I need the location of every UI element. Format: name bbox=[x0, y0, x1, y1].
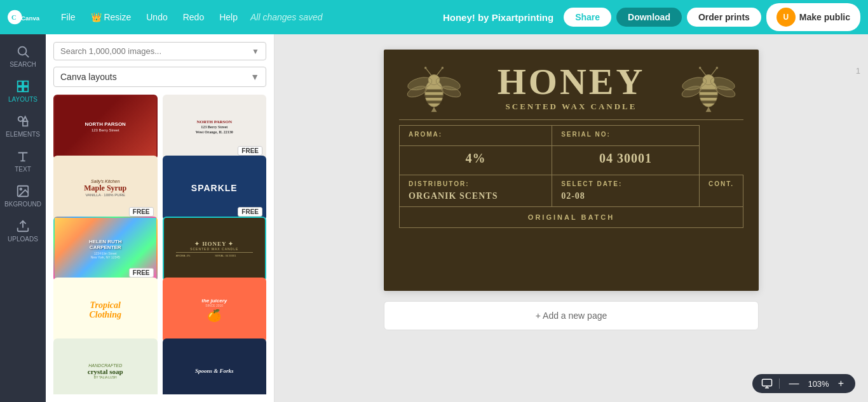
select-date-cell: SELECT DATE: 02-08 bbox=[552, 175, 700, 207]
svg-text:C: C bbox=[11, 14, 17, 21]
svg-point-34 bbox=[699, 67, 702, 69]
canvas-area: HONEY SCENTED WAX CANDLE bbox=[275, 34, 868, 402]
svg-rect-6 bbox=[24, 81, 28, 86]
template-item[interactable]: Spoons & Forks bbox=[163, 338, 267, 394]
text-icon bbox=[16, 149, 30, 163]
serial-value-cell: 04 30001 bbox=[552, 146, 700, 175]
free-badge: FREE bbox=[238, 207, 262, 217]
svg-rect-10 bbox=[23, 121, 27, 126]
svg-rect-5 bbox=[18, 81, 22, 86]
svg-line-20 bbox=[437, 68, 442, 76]
svg-rect-40 bbox=[763, 379, 772, 386]
honey-label: HONEY SCENTED WAX CANDLE bbox=[384, 50, 759, 291]
serial-cell: SERIAL NO: bbox=[552, 126, 700, 146]
svg-line-32 bbox=[700, 68, 706, 76]
background-icon bbox=[16, 184, 30, 198]
body-layout: SEARCH LAYOUTS ELEMENTS TEXT bbox=[0, 34, 868, 402]
bee-right-icon bbox=[674, 62, 743, 113]
page-number: 1 bbox=[856, 66, 860, 76]
help-button[interactable]: Help bbox=[214, 8, 243, 26]
canva-logo[interactable]: C Canva bbox=[8, 8, 46, 26]
bee-left-icon bbox=[399, 62, 469, 113]
svg-rect-16 bbox=[425, 95, 443, 98]
avatar: U bbox=[776, 8, 796, 27]
top-navigation: C Canva File 👑 Resize Undo Redo Help All… bbox=[0, 0, 868, 34]
template-item[interactable]: HANDCRAFTED crystal soap BY TALIA LUSH bbox=[53, 338, 158, 394]
honey-label-header: HONEY SCENTED WAX CANDLE bbox=[399, 62, 743, 113]
template-item[interactable]: Sally's Kitchen Maple Syrup VANILLA · 10… bbox=[53, 156, 158, 220]
honey-subtitle: SCENTED WAX CANDLE bbox=[475, 102, 667, 112]
svg-rect-28 bbox=[700, 90, 717, 92]
zoom-divider bbox=[779, 379, 780, 389]
original-batch: ORIGINAL BATCH bbox=[399, 207, 743, 228]
presentation-icon bbox=[761, 378, 773, 389]
layout-dropdown[interactable]: Canva layouts ▼ bbox=[53, 67, 266, 87]
make-public-button[interactable]: U Make public bbox=[766, 3, 860, 31]
icon-bar: SEARCH LAYOUTS ELEMENTS TEXT bbox=[0, 34, 46, 402]
svg-point-12 bbox=[20, 188, 22, 190]
free-badge: FREE bbox=[238, 146, 262, 156]
svg-point-21 bbox=[424, 67, 427, 69]
svg-line-19 bbox=[426, 68, 431, 76]
order-prints-button[interactable]: Order prints bbox=[687, 8, 761, 27]
sidebar-item-layouts[interactable]: LAYOUTS bbox=[4, 74, 42, 107]
honey-title-block: HONEY SCENTED WAX CANDLE bbox=[469, 64, 674, 112]
share-button[interactable]: Share bbox=[564, 8, 611, 27]
template-item[interactable]: NORTH PARSON123 Berry StreetWest Orange,… bbox=[163, 95, 267, 159]
side-panel: ▼ Canva layouts ▼ NORTH PARSON123 Berry … bbox=[46, 34, 275, 402]
zoom-out-button[interactable]: — bbox=[786, 378, 801, 389]
sidebar-item-uploads[interactable]: UPLOADS bbox=[4, 214, 42, 246]
template-item[interactable]: TropicalClothing bbox=[53, 278, 158, 342]
zoom-bar: — 103% + bbox=[752, 374, 855, 393]
svg-rect-7 bbox=[18, 87, 22, 91]
add-page-button[interactable]: + Add a new page bbox=[384, 301, 759, 330]
data-table: AROMA: SERIAL NO: 4% 04 30001 bbox=[399, 125, 743, 207]
sidebar-item-background[interactable]: BKGROUND bbox=[4, 179, 42, 211]
chevron-down-icon: ▼ bbox=[252, 47, 259, 56]
autosave-status: All changes saved bbox=[250, 12, 323, 22]
search-icon bbox=[16, 44, 30, 58]
sidebar-item-search[interactable]: SEARCH bbox=[4, 39, 42, 72]
project-title: Honey! by Pixartprinting bbox=[443, 12, 553, 23]
layouts-icon bbox=[16, 79, 30, 93]
svg-point-22 bbox=[442, 67, 444, 69]
sidebar-item-text[interactable]: TEXT bbox=[4, 144, 42, 177]
svg-rect-15 bbox=[425, 90, 443, 92]
zoom-level: 103% bbox=[808, 379, 829, 389]
honey-title: HONEY bbox=[475, 64, 667, 100]
search-input[interactable] bbox=[60, 46, 252, 56]
svg-point-9 bbox=[18, 117, 23, 121]
aroma-value-cell: 4% bbox=[400, 146, 552, 175]
sidebar-item-elements[interactable]: ELEMENTS bbox=[4, 109, 42, 142]
template-item[interactable]: HELEN RUTHCARPENTER 1234 Elm StreetNew Y… bbox=[53, 217, 158, 281]
undo-button[interactable]: Undo bbox=[141, 8, 172, 26]
distributor-cell: DISTRIBUTOR: ORGANIK SCENTS bbox=[400, 175, 552, 207]
elements-icon bbox=[16, 114, 30, 128]
page-number-sidebar: 1 bbox=[856, 66, 860, 76]
free-badge: FREE bbox=[129, 207, 154, 217]
template-item[interactable]: NORTH PARSON123 Berry Street bbox=[53, 95, 158, 159]
template-grid: NORTH PARSON123 Berry Street NORTH PARSO… bbox=[53, 95, 266, 394]
file-menu-button[interactable]: File bbox=[56, 8, 81, 26]
aroma-cell: AROMA: bbox=[400, 126, 552, 146]
svg-text:Canva: Canva bbox=[21, 15, 40, 22]
cont-cell: CONT. bbox=[700, 175, 743, 207]
free-badge: FREE bbox=[129, 268, 154, 278]
resize-button[interactable]: 👑 Resize bbox=[86, 8, 137, 26]
top-divider bbox=[399, 119, 743, 120]
zoom-in-button[interactable]: + bbox=[836, 378, 846, 389]
svg-rect-29 bbox=[700, 95, 717, 98]
template-item[interactable]: the juicery SINCE 2010 🍊 bbox=[163, 278, 267, 342]
download-button[interactable]: Download bbox=[616, 8, 682, 27]
template-item[interactable]: SPARKLE FREE bbox=[163, 156, 267, 220]
template-item-selected[interactable]: ✦ HONEY ✦ SCENTED WAX CANDLE AROMA: 4% S… bbox=[163, 217, 267, 281]
svg-line-33 bbox=[711, 68, 717, 76]
svg-rect-30 bbox=[700, 100, 717, 103]
canvas-wrapper[interactable]: HONEY SCENTED WAX CANDLE bbox=[384, 50, 759, 291]
search-bar[interactable]: ▼ bbox=[53, 42, 266, 60]
redo-button[interactable]: Redo bbox=[178, 8, 209, 26]
svg-rect-17 bbox=[425, 100, 443, 103]
svg-point-35 bbox=[716, 67, 719, 69]
svg-point-3 bbox=[18, 47, 27, 55]
svg-line-4 bbox=[25, 54, 29, 57]
